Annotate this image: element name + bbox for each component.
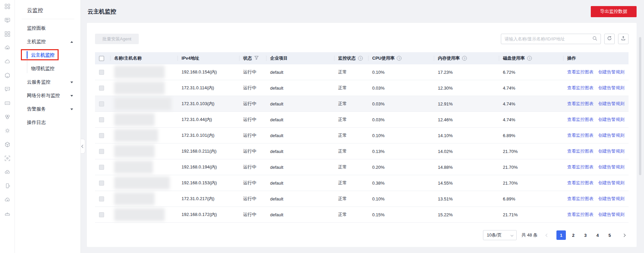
- sidebar-item-dashboard[interactable]: 监控面板: [15, 22, 80, 35]
- filter-funnel-icon[interactable]: [254, 56, 259, 61]
- refresh-button[interactable]: [604, 34, 615, 44]
- row-checkbox[interactable]: [99, 133, 104, 138]
- next-page-button[interactable]: [619, 230, 629, 240]
- select-all-checkbox[interactable]: [99, 56, 104, 61]
- sidebar-collapse-handle[interactable]: [81, 139, 85, 154]
- row-checkbox[interactable]: [99, 149, 104, 154]
- disk-usage-cell: 4.74%: [499, 86, 563, 91]
- disk-usage-cell: 6.89%: [499, 196, 563, 201]
- caret-down-icon: [70, 108, 73, 110]
- create-alarm-rule-link[interactable]: 创建告警规则: [598, 164, 624, 170]
- cloud-icon[interactable]: [4, 59, 10, 65]
- cluster-icon[interactable]: [4, 114, 10, 120]
- export-table-button[interactable]: [618, 34, 629, 44]
- caret-up-icon: [70, 41, 73, 43]
- cube-icon[interactable]: [4, 141, 10, 148]
- sidebar-item-cloud-service-monitoring[interactable]: 云服务监控: [15, 75, 80, 89]
- status-cell: 运行中: [239, 69, 266, 75]
- create-alarm-rule-link[interactable]: 创建告警规则: [598, 85, 624, 91]
- row-checkbox-cell: [95, 165, 110, 170]
- grid-icon[interactable]: [4, 31, 10, 37]
- cloud-chart-icon[interactable]: [4, 169, 10, 175]
- create-alarm-rule-link[interactable]: 创建告警规则: [598, 180, 624, 186]
- row-checkbox-cell: [95, 101, 110, 106]
- sidebar-item-alarm-service[interactable]: 告警服务: [15, 102, 80, 116]
- phone-icon[interactable]: [4, 183, 10, 189]
- page-number-5[interactable]: 5: [605, 230, 614, 240]
- view-monitor-charts-link[interactable]: 查看监控图表: [567, 148, 593, 154]
- create-alarm-rule-link[interactable]: 创建告警规则: [598, 212, 624, 218]
- search-input[interactable]: [505, 36, 592, 41]
- ip-cell: 172.31.0.114(内): [178, 85, 239, 91]
- monitor-status-cell: 正常: [334, 101, 368, 107]
- sidebar-item-network-analysis[interactable]: 网络分析与监控: [15, 89, 80, 102]
- row-checkbox-cell: [95, 86, 110, 91]
- page-scrollbar-thumb[interactable]: [639, 37, 641, 175]
- cloud-sync-icon[interactable]: [4, 197, 10, 203]
- view-monitor-charts-link[interactable]: 查看监控图表: [567, 180, 593, 186]
- prev-page-button[interactable]: [542, 230, 552, 240]
- col-header-label: 内存使用率: [438, 55, 460, 61]
- sidebar-item-cloud-host-monitoring[interactable]: 云主机监控: [15, 49, 80, 62]
- view-monitor-charts-link[interactable]: 查看监控图表: [567, 101, 593, 107]
- create-alarm-rule-link[interactable]: 创建告警规则: [598, 132, 624, 138]
- view-monitor-charts-link[interactable]: 查看监控图表: [567, 132, 593, 138]
- col-header-status: 状态: [239, 52, 266, 64]
- create-alarm-rule-link[interactable]: 创建告警规则: [598, 117, 624, 123]
- page-size-select[interactable]: 10条/页: [483, 230, 517, 240]
- sidebar-item-host-monitoring[interactable]: 主机监控: [15, 35, 80, 49]
- row-checkbox[interactable]: [99, 196, 104, 201]
- gear-icon[interactable]: [4, 128, 10, 134]
- help-icon[interactable]: ?: [397, 56, 401, 61]
- total-count-label: 共 48 条: [521, 232, 538, 238]
- view-monitor-charts-link[interactable]: 查看监控图表: [567, 196, 593, 202]
- monitor-icon[interactable]: [4, 17, 10, 23]
- chevron-right-icon: [622, 233, 625, 237]
- view-monitor-charts-link[interactable]: 查看监控图表: [567, 164, 593, 170]
- page-number-4[interactable]: 4: [593, 230, 602, 240]
- view-monitor-charts-link[interactable]: 查看监控图表: [567, 69, 593, 75]
- export-monitor-data-button[interactable]: 导出监控数据: [591, 6, 637, 17]
- table-body: 192.168.0.154(内)运行中default正常0.10%17.23%6…: [95, 64, 629, 223]
- create-alarm-rule-link[interactable]: 创建告警规则: [598, 148, 624, 154]
- apps-icon[interactable]: [4, 3, 10, 9]
- page-number-1[interactable]: 1: [556, 230, 566, 240]
- disk-usage-cell: 21.70%: [499, 165, 563, 170]
- help-icon[interactable]: ?: [462, 56, 467, 61]
- create-alarm-rule-link[interactable]: 创建告警规则: [598, 101, 624, 107]
- row-checkbox[interactable]: [99, 212, 104, 217]
- row-checkbox[interactable]: [99, 70, 104, 75]
- card-icon[interactable]: [4, 100, 10, 106]
- memory-usage-cell: 14.10%: [434, 133, 499, 138]
- sidebar-item-operation-log[interactable]: 操作日志: [15, 116, 80, 129]
- cloud-server-icon[interactable]: [4, 45, 10, 51]
- project-cell: default: [266, 149, 334, 154]
- frame-icon[interactable]: [4, 155, 10, 161]
- row-checkbox[interactable]: [99, 165, 104, 170]
- sidebar-item-physical-host-monitoring[interactable]: 物理机监控: [15, 62, 80, 75]
- create-alarm-rule-link[interactable]: 创建告警规则: [598, 69, 624, 75]
- create-alarm-rule-link[interactable]: 创建告警规则: [598, 196, 624, 202]
- search-icon[interactable]: [592, 36, 597, 42]
- host-name-redacted: [114, 82, 165, 94]
- row-checkbox[interactable]: [99, 181, 104, 186]
- sidebar-title: 云监控: [15, 0, 80, 14]
- row-checkbox[interactable]: [99, 101, 104, 106]
- page-number-3[interactable]: 3: [581, 230, 590, 240]
- view-monitor-charts-link[interactable]: 查看监控图表: [567, 85, 593, 91]
- upload-icon: [621, 36, 626, 42]
- page-number-2[interactable]: 2: [569, 230, 578, 240]
- row-checkbox-cell: [95, 212, 110, 217]
- view-monitor-charts-link[interactable]: 查看监控图表: [567, 212, 593, 218]
- dock-icon[interactable]: [4, 211, 10, 217]
- batch-install-agent-button[interactable]: 批量安装Agent: [95, 34, 139, 44]
- row-checkbox[interactable]: [99, 86, 104, 91]
- row-checkbox[interactable]: [99, 117, 104, 122]
- view-monitor-charts-link[interactable]: 查看监控图表: [567, 117, 593, 123]
- hexagon-icon[interactable]: [4, 72, 10, 78]
- col-header-disk: 磁盘使用率?: [499, 52, 563, 64]
- chat-icon[interactable]: [4, 86, 10, 92]
- cpu-usage-cell: 0.13%: [368, 149, 434, 154]
- help-icon[interactable]: ?: [527, 56, 532, 61]
- help-icon[interactable]: ?: [358, 56, 363, 61]
